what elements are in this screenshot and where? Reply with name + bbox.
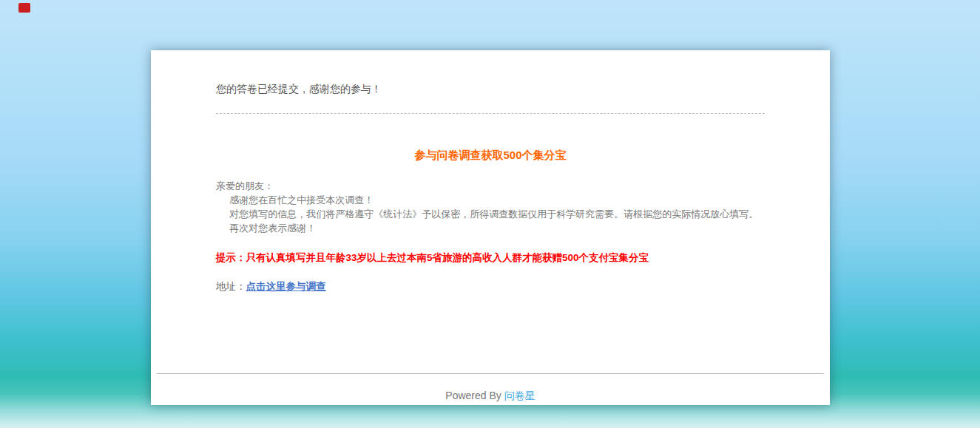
greeting-line: 亲爱的朋友： <box>216 179 765 193</box>
greeting-line: 再次对您表示感谢！ <box>216 221 765 235</box>
greeting-line: 感谢您在百忙之中接受本次调查！ <box>216 193 765 207</box>
participate-survey-link[interactable]: 点击这里参与调查 <box>246 281 326 292</box>
page-background: { "page": { "red_marker_color": "#cc2020… <box>0 0 980 428</box>
address-row: 地址：点击这里参与调查 <box>216 279 765 294</box>
wjx-brand-link[interactable]: 问卷星 <box>504 390 535 401</box>
footer-divider <box>157 373 824 374</box>
address-label: 地址： <box>216 281 246 292</box>
powered-by-text: Powered By <box>445 390 504 401</box>
greeting-line: 对您填写的信息，我们将严格遵守《统计法》予以保密，所得调查数据仅用于科学研究需要… <box>216 207 765 221</box>
submitted-message: 您的答卷已经提交，感谢您的参与！ <box>216 81 765 96</box>
hint-text: 提示：只有认真填写并且年龄33岁以上去过本南5省旅游的高收入人群才能获赠500个… <box>216 251 765 265</box>
card-content: 您的答卷已经提交，感谢您的参与！ 参与问卷调查获取500个集分宝 亲爱的朋友： … <box>151 50 830 294</box>
red-marker-icon <box>18 3 30 13</box>
promo-title: 参与问卷调查获取500个集分宝 <box>216 148 765 163</box>
dashed-divider <box>216 113 765 114</box>
survey-result-card: 您的答卷已经提交，感谢您的参与！ 参与问卷调查获取500个集分宝 亲爱的朋友： … <box>151 50 830 405</box>
greeting-block: 亲爱的朋友： 感谢您在百忙之中接受本次调查！ 对您填写的信息，我们将严格遵守《统… <box>216 179 765 235</box>
footer: Powered By 问卷星 <box>151 390 830 403</box>
